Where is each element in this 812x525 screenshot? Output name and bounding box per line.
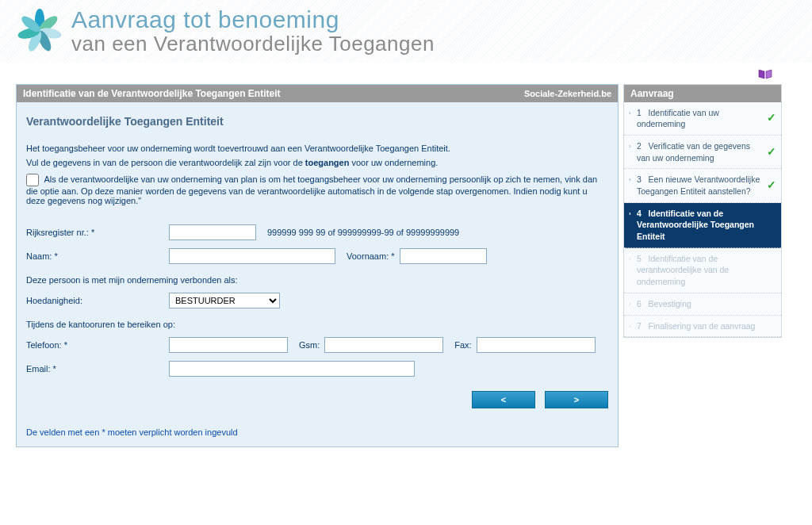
office-hours-text: Tijdens de kantooruren te bereiken op: [26,320,608,329]
panel-header-brand: Sociale-Zekerheid.be [524,89,611,98]
wizard-step-2[interactable]: ›2 Verificatie van de gegevens van uw on… [624,136,781,169]
checkmark-icon: ✓ [767,144,776,160]
input-fax[interactable] [477,337,596,353]
nav-buttons: < > [26,391,608,408]
wizard-step-label: 4 Identificatie van de Verantwoordelijke… [637,209,754,241]
step-bullet-icon: › [629,255,631,263]
wizard-step-7: ›7 Finalisering van de aanvraag [624,316,781,338]
row-name: Naam: * Voornaam: * [26,248,608,264]
label-telefoon: Telefoon: * [26,340,169,350]
wizard-step-label: 5 Identificatie van de verantwoordelijke… [637,254,729,286]
row-rrn: Rijksregister nr.: * 999999 999 99 of 99… [26,224,608,240]
banner-title-line2: van een Verantwoordelijke Toegangen [71,33,435,56]
hint-rrn: 999999 999 99 of 999999999-99 of 9999999… [267,228,459,237]
wizard-step-3[interactable]: ›3 Een nieuwe Verantwoordelijke Toegange… [624,169,781,202]
wizard-step-label: 6 Bevestiging [637,299,691,308]
intro-line-1: Het toegangsbeheer voor uw onderneming w… [26,144,608,153]
input-email[interactable] [169,361,415,377]
label-fax: Fax: [454,340,471,350]
wizard-step-1[interactable]: ›1 Identificatie van uw onderneming✓ [624,102,781,136]
header-banner: Aanvraag tot benoeming van een Verantwoo… [0,0,812,62]
step-bullet-icon: › [629,175,631,184]
wizard-step-4: ›4 Identificatie van de Verantwoordelijk… [624,203,781,248]
label-voornaam: Voornaam: * [347,251,395,261]
panel-header-title: Identificatie van de Verantwoordelijke T… [23,88,281,99]
logo-flower-icon [16,7,63,55]
row-hoedanigheid: Hoedanigheid: BESTUURDER [26,293,608,308]
step-bullet-icon: › [629,300,631,308]
label-gsm: Gsm: [299,340,320,350]
step-bullet-icon: › [629,209,631,218]
responsible-self-checkbox[interactable] [26,174,39,186]
panel-subtitle: Verantwoordelijke Toegangen Entiteit [26,115,608,128]
wizard-step-6: ›6 Bevestiging [624,293,781,316]
responsible-self-checkbox-label: Als de verantwoordelijke van uw ondernem… [26,174,597,205]
step-bullet-icon: › [629,142,631,151]
label-hoedanigheid: Hoedanigheid: [26,296,169,305]
next-button[interactable]: > [545,391,608,408]
input-telefoon[interactable] [169,337,288,353]
checkmark-icon: ✓ [767,178,776,194]
input-voornaam[interactable] [400,248,487,264]
row-phones: Telefoon: * Gsm: Fax: [26,337,608,353]
wizard-step-label: 2 Verificatie van de gegevens van uw ond… [637,141,750,163]
wizard-step-label: 3 Een nieuwe Verantwoordelijke Toegangen… [637,174,760,196]
wizard-step-label: 1 Identificatie van uw onderneming [637,108,719,129]
input-gsm[interactable] [324,337,443,353]
wizard-step-5: ›5 Identificatie van de verantwoordelijk… [624,248,781,293]
input-rrn[interactable] [169,224,256,240]
sidebar: Aanvraag ›1 Identificatie van uw onderne… [623,84,782,339]
label-rrn: Rijksregister nr.: * [26,228,169,237]
required-footnote: De velden met een * moeten verplicht wor… [26,427,608,437]
step-bullet-icon: › [629,322,631,331]
sidebar-header: Aanvraag [624,85,781,102]
prev-button[interactable]: < [472,391,535,408]
panel-header: Identificatie van de Verantwoordelijke T… [17,85,618,102]
label-email: Email: * [26,364,169,374]
label-naam: Naam: * [26,251,169,261]
responsible-self-checkbox-row: Als de verantwoordelijke van uw ondernem… [26,174,608,205]
wizard-step-label: 7 Finalisering van de aanvraag [637,321,755,331]
step-bullet-icon: › [629,109,631,117]
main-panel: Identificatie van de Verantwoordelijke T… [16,84,619,447]
row-email: Email: * [26,361,608,377]
help-book-icon[interactable] [758,68,772,79]
intro-line-2: Vul de gegevens in van de persoon die ve… [26,158,608,167]
select-hoedanigheid[interactable]: BESTUURDER [169,293,280,308]
input-naam[interactable] [169,248,335,264]
linked-as-text: Deze persoon is met mijn onderneming ver… [26,275,608,285]
banner-title-line1: Aanvraag tot benoeming [71,6,435,33]
checkmark-icon: ✓ [767,110,776,126]
